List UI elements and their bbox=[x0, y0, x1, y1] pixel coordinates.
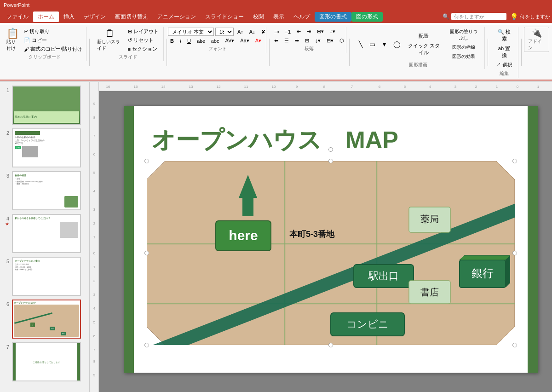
slide-num-2: 2 bbox=[3, 128, 9, 136]
new-slide-button[interactable]: 🗒 新しいスライド bbox=[95, 28, 125, 53]
replace-button[interactable]: ab 置換 bbox=[494, 44, 515, 60]
handle-bottom-right[interactable] bbox=[512, 343, 517, 347]
menu-design[interactable]: デザイン bbox=[79, 12, 110, 22]
format-painter-button[interactable]: 🖌 書式のコピー/貼り付け bbox=[22, 45, 84, 53]
shape-effect-button[interactable]: 図形の効果 bbox=[446, 52, 482, 61]
svg-text:1: 1 bbox=[93, 235, 96, 239]
menu-review[interactable]: 校閲 bbox=[248, 12, 269, 22]
font-controls: メイリオ 本文 18 A↑ A↓ ✘ B I U abc abc AV▾ bbox=[168, 28, 268, 45]
search-button[interactable]: 🔍 検索 bbox=[494, 28, 515, 43]
underline-button[interactable]: U bbox=[185, 37, 193, 45]
handle-top-right[interactable] bbox=[512, 159, 517, 163]
font-shrink-button[interactable]: A↓ bbox=[247, 28, 258, 35]
menu-picture-format[interactable]: 図の形式 bbox=[351, 12, 383, 22]
svg-text:3: 3 bbox=[93, 293, 96, 297]
handle-top-mid[interactable] bbox=[328, 159, 333, 163]
justify-button[interactable]: ⊟ bbox=[303, 37, 311, 45]
shape-outline-button[interactable]: 図形の枠線 bbox=[446, 43, 482, 52]
svg-text:2: 2 bbox=[93, 221, 96, 225]
menu-home[interactable]: ホーム bbox=[33, 12, 59, 22]
align-center-button[interactable]: ☰ bbox=[282, 37, 291, 45]
menu-animations[interactable]: アニメーション bbox=[153, 12, 201, 22]
slide-image-1[interactable]: 現地お見物ご案内 bbox=[12, 86, 81, 125]
menu-shape-format[interactable]: 図形の書式 bbox=[315, 12, 351, 22]
quick-style-button[interactable]: クイック スタイル bbox=[404, 41, 444, 57]
smartart-button[interactable]: ⬡ bbox=[337, 37, 346, 45]
slide-image-2[interactable]: 今回のお勧めの物件 山梨パークウィラの近傍物件 ¥40万円 詳細 bbox=[12, 128, 81, 167]
handle-mid-right[interactable] bbox=[512, 251, 517, 255]
handle-rotate[interactable] bbox=[328, 147, 333, 152]
menu-slideshow[interactable]: スライドショー bbox=[201, 12, 248, 22]
font-color-button[interactable]: A▾ bbox=[253, 37, 264, 45]
increase-indent-button[interactable]: ⇥ bbox=[305, 28, 313, 35]
bullet-list-button[interactable]: ≡• bbox=[272, 28, 281, 35]
select-button[interactable]: ↗ 選択 bbox=[494, 61, 515, 69]
menu-insert[interactable]: 挿入 bbox=[59, 12, 79, 22]
line-spacing-button[interactable]: ↕▾ bbox=[328, 28, 338, 35]
paragraph-group: ≡• ≡1 ⇤ ⇥ ⊟▾ ↕▾ ⬅ ☰ ➡ ⊟ ↨▾ ⊟▾ ⬡ 段落 bbox=[272, 27, 346, 53]
shape-oval-button[interactable]: ◯ bbox=[391, 40, 402, 49]
slide-image-6[interactable]: オープンハウス MAP h 出口 銀行 bbox=[12, 300, 81, 339]
text-align-button[interactable]: ⊟▾ bbox=[324, 37, 336, 45]
slide-thumb-6[interactable]: 6 オープンハウス MAP h 出口 銀行 bbox=[3, 300, 86, 339]
strikethrough-button[interactable]: abc bbox=[195, 37, 207, 45]
paste-button[interactable]: 📋 貼り付け bbox=[5, 28, 21, 53]
shape-line-button[interactable]: ╲ bbox=[355, 40, 366, 49]
slide-num-1: 1 bbox=[3, 86, 9, 93]
copy-button[interactable]: 📄 コピー bbox=[22, 36, 84, 44]
divider-4 bbox=[349, 39, 350, 66]
numbered-list-button[interactable]: ≡1 bbox=[283, 28, 293, 35]
font-name-select[interactable]: メイリオ 本文 bbox=[168, 28, 214, 36]
case-button[interactable]: Aa▾ bbox=[238, 37, 251, 45]
menu-help[interactable]: ヘルプ bbox=[289, 12, 315, 22]
title-bar: PowerPoint bbox=[0, 0, 552, 10]
slide-image-3[interactable]: 物件の特徴 ・立地： ・建物面積 1800m²の2LDKの物件 ・価格：¥400… bbox=[12, 171, 81, 210]
slide-thumb-7[interactable]: 7 ご連絡お待ちしております bbox=[3, 342, 86, 381]
slide-image-4[interactable]: 駅からの近さを実感してください! bbox=[12, 214, 81, 253]
shape-more-button[interactable]: ▾ bbox=[379, 40, 390, 49]
addin-section[interactable]: 🔌 アドイン bbox=[524, 27, 549, 52]
svg-text:12: 12 bbox=[217, 85, 221, 89]
char-spacing-button[interactable]: AV▾ bbox=[223, 37, 236, 45]
slide-canvas[interactable]: オープンハウス MAP bbox=[124, 106, 538, 373]
clear-format-button[interactable]: ✘ bbox=[259, 28, 268, 36]
menu-view[interactable]: 表示 bbox=[269, 12, 289, 22]
canvas-area[interactable]: 9 8 7 6 5 4 3 2 1 0 1 2 3 4 5 6 7 8 9 bbox=[90, 82, 552, 392]
text-direction-button[interactable]: ↨▾ bbox=[313, 37, 323, 45]
section-button[interactable]: ≡ セクション bbox=[126, 45, 161, 53]
align-left-button[interactable]: ⬅ bbox=[272, 37, 281, 45]
arrange-button[interactable]: 配置 bbox=[404, 32, 444, 40]
search-input[interactable] bbox=[451, 13, 506, 20]
handle-top-left[interactable] bbox=[144, 159, 149, 163]
text-shadow-button[interactable]: abc bbox=[209, 37, 222, 45]
font-size-select[interactable]: 18 bbox=[215, 28, 234, 36]
drawing-controls: ╲ ▭ ▾ ◯ 配置 クイック スタイル 図形の塗りつぶし 図形の枠線 図形の効… bbox=[355, 28, 482, 61]
columns-button[interactable]: ⊟▾ bbox=[315, 28, 326, 35]
slide-num-4: 4 ★ bbox=[3, 214, 9, 226]
map-wrapper[interactable]: here 本町5-3番地 薬局 駅出口 書店 bbox=[147, 161, 515, 345]
slide-thumb-5[interactable]: 5 オープンハウスのご案内 住所：〒123-456 日時：13:00〜14:00… bbox=[3, 257, 86, 296]
menu-file[interactable]: ファイル bbox=[2, 12, 33, 22]
slide-thumb-1[interactable]: 1 現地お見物ご案内 bbox=[3, 86, 86, 125]
reset-button[interactable]: ↺ リセット bbox=[126, 36, 161, 44]
slide-group-label: スライド bbox=[119, 54, 137, 60]
slide-image-5[interactable]: オープンハウスのご案内 住所：〒123-456 日時：13:00〜14:00 備… bbox=[12, 257, 81, 296]
bold-button[interactable]: B bbox=[168, 37, 176, 45]
handle-mid-left[interactable] bbox=[144, 251, 149, 255]
slide-thumb-3[interactable]: 3 物件の特徴 ・立地： ・建物面積 1800m²の2LDKの物件 ・価格：¥4… bbox=[3, 171, 86, 210]
shape-fill-button[interactable]: 図形の塗りつぶし bbox=[446, 28, 482, 42]
slide-image-7[interactable]: ご連絡お待ちしております bbox=[12, 342, 81, 381]
clipboard-group: 📋 貼り付け ✂ 切り取り 📄 コピー 🖌 書式のコピー/貼り付け bbox=[3, 27, 86, 61]
menu-transitions[interactable]: 画面切り替え bbox=[110, 12, 153, 22]
handle-bottom-mid[interactable] bbox=[328, 343, 333, 347]
shape-rect-button[interactable]: ▭ bbox=[367, 40, 378, 49]
layout-button[interactable]: ⊞ レイアウト bbox=[126, 28, 161, 35]
slide-thumb-4[interactable]: 4 ★ 駅からの近さを実感してください! bbox=[3, 214, 86, 253]
cut-button[interactable]: ✂ 切り取り bbox=[22, 28, 84, 35]
italic-button[interactable]: I bbox=[178, 37, 184, 45]
slide-thumb-2[interactable]: 2 今回のお勧めの物件 山梨パークウィラの近傍物件 ¥40万円 詳細 bbox=[3, 128, 86, 167]
decrease-indent-button[interactable]: ⇤ bbox=[294, 28, 303, 35]
align-right-button[interactable]: ➡ bbox=[293, 37, 301, 45]
font-grow-button[interactable]: A↑ bbox=[235, 28, 246, 35]
handle-bottom-left[interactable] bbox=[144, 343, 149, 347]
